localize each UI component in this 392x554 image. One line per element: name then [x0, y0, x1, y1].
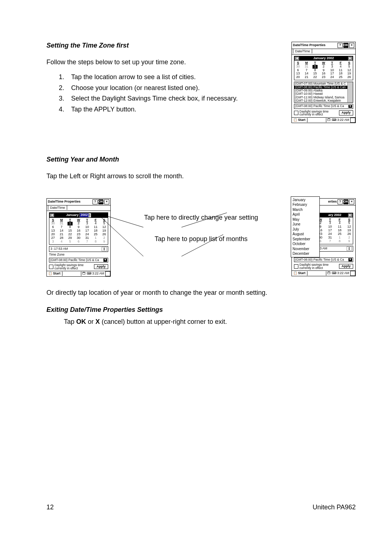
tab-datetime[interactable]: Date/Time — [293, 49, 312, 53]
scrollbar-icon[interactable] — [347, 82, 353, 102]
exit-instructions: Tap OK or X (cancel) button at upper-rig… — [64, 318, 356, 326]
month-item[interactable]: January — [293, 197, 318, 203]
intro-text: Follow the steps below to set up your ti… — [46, 57, 286, 67]
time-spinner[interactable]: ▲▼ — [102, 247, 107, 251]
month-year-label[interactable]: January 2002 — [313, 57, 334, 60]
help-button[interactable]: ? — [338, 199, 343, 204]
close-button[interactable]: × — [349, 199, 354, 204]
month-item[interactable]: June — [293, 222, 318, 227]
month-item[interactable]: September — [293, 237, 318, 242]
month-item[interactable]: November — [293, 247, 318, 252]
next-month-icon[interactable]: ► — [348, 213, 352, 217]
time-field[interactable]: 53 AM▲▼ — [317, 246, 353, 252]
apply-button[interactable]: Apply — [94, 264, 108, 269]
apply-button[interactable]: Apply — [339, 264, 353, 269]
timezone-select[interactable]: (GMT-08:00) Pacific Time (US & Ca▼ — [294, 257, 353, 262]
month-item[interactable]: April — [293, 212, 318, 217]
month-popup[interactable]: January February March April May June Ju… — [291, 196, 320, 257]
year-spinner[interactable]: 2002▲▼ — [79, 213, 91, 217]
apply-button[interactable]: Apply — [339, 110, 353, 115]
month-item[interactable]: July — [293, 227, 318, 232]
timezone-select[interactable]: (GMT-08:00) Pacific Time (US & Ca▼ — [294, 104, 353, 109]
prev-month-icon[interactable]: ◄ — [50, 213, 54, 217]
sip-icon[interactable] — [105, 271, 110, 276]
month-item[interactable]: December — [293, 251, 318, 256]
close-button[interactable]: × — [104, 199, 109, 204]
system-tray: 🗔 ⌨ 3:22 AM — [326, 118, 350, 122]
tab-datetime[interactable]: Date/Time — [48, 205, 67, 210]
sip-icon[interactable] — [350, 271, 355, 276]
yearmonth-intro: Tap the Left or Right arrows to scroll t… — [46, 171, 356, 181]
pda-screenshot-year: Date/Time Properties ? OK × Date/Time ◄ … — [46, 198, 111, 277]
calendar: ◄ January 2002 ► SMTWTFS 303112345 67891… — [294, 56, 353, 80]
month-label[interactable]: January — [66, 213, 79, 217]
ok-button[interactable]: OK — [343, 199, 348, 204]
chevron-down-icon[interactable]: ▼ — [348, 105, 352, 108]
month-item[interactable]: August — [293, 232, 318, 237]
sip-icon[interactable] — [350, 118, 355, 123]
timezone-list[interactable]: (GMT-07:00) Mountain Time (US & C (GMT-0… — [294, 82, 353, 103]
help-button[interactable]: ? — [93, 199, 98, 204]
steps-list: 1.Tap the location arrow to see a list o… — [46, 72, 286, 115]
window-title: Date/Time Properties — [293, 44, 337, 47]
month-item[interactable]: March — [293, 207, 318, 212]
help-button[interactable]: ? — [338, 43, 343, 48]
start-button[interactable]: 📋Start — [292, 118, 307, 122]
timezone-heading: Time Zone — [49, 253, 108, 257]
heading-year-month: Setting Year and Month — [46, 156, 356, 163]
pda-screenshot-timezone: Date/Time Properties ? OK × Date/Time ◄ … — [291, 42, 356, 123]
dst-checkbox[interactable] — [294, 111, 298, 115]
month-item[interactable]: February — [293, 202, 318, 207]
time-field[interactable]: 3 :17:53 AM▲▼ — [49, 246, 108, 252]
next-month-icon[interactable]: ► — [348, 57, 352, 60]
start-button[interactable]: 📋Start — [47, 272, 62, 276]
month-item[interactable]: October — [293, 241, 318, 247]
body-direct-tap: Or directly tap location of year or mont… — [46, 289, 356, 297]
ok-button[interactable]: OK — [98, 199, 103, 204]
dst-label: Daylight savings time currently in effec… — [299, 110, 338, 116]
annotation-month: Tap here to popup list of months — [122, 235, 281, 243]
dst-checkbox[interactable] — [294, 264, 298, 269]
prev-month-icon[interactable]: ◄ — [295, 57, 299, 60]
product-name: Unitech PA962 — [313, 504, 356, 511]
heading-time-zone: Setting the Time Zone first — [46, 42, 286, 49]
heading-exit: Exiting Date/Time Properties Settings — [46, 306, 356, 314]
annotation-year: Tap here to directly change year setting — [122, 213, 281, 222]
close-button[interactable]: × — [349, 43, 354, 48]
month-item[interactable]: May — [293, 217, 318, 222]
dst-checkbox[interactable] — [49, 265, 53, 269]
page-number: 12 — [46, 504, 54, 511]
ok-button[interactable]: OK — [343, 43, 348, 48]
start-button[interactable]: 📋Start — [292, 271, 307, 276]
timezone-select[interactable]: (GMT-08:00) Pacific Time (US & Ca▼ — [49, 258, 108, 262]
